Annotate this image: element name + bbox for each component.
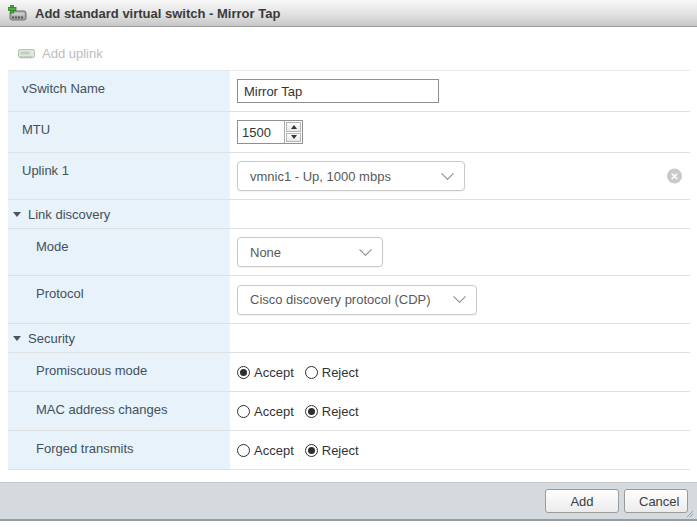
mac-reject-radio[interactable]: Reject [305, 404, 359, 419]
chevron-down-icon [359, 243, 372, 256]
accept-label: Accept [254, 365, 294, 380]
reject-label: Reject [322, 365, 359, 380]
resize-grip[interactable] [685, 506, 694, 515]
row-forged-transmits: Forged transmits Accept Reject [8, 431, 690, 470]
promiscuous-reject-radio[interactable]: Reject [305, 365, 359, 380]
promiscuous-mode-radio-group: Accept Reject [237, 365, 359, 380]
protocol-select[interactable]: Cisco discovery protocol (CDP) [237, 285, 477, 315]
radio-icon [237, 405, 250, 418]
close-icon: ✕ [670, 171, 678, 181]
radio-icon [237, 444, 250, 457]
row-uplink1: Uplink 1 vmnic1 - Up, 1000 mbps ✕ [8, 153, 690, 200]
mac-accept-radio[interactable]: Accept [237, 404, 294, 419]
section-link-discovery: Link discovery [8, 200, 690, 229]
collapse-triangle-icon [13, 212, 21, 217]
security-header[interactable]: Security [8, 324, 230, 352]
vswitch-name-label: vSwitch Name [8, 71, 230, 111]
mtu-label: MTU [8, 112, 230, 152]
arrow-down-icon [291, 135, 297, 139]
protocol-label: Protocol [8, 276, 230, 323]
radio-icon [305, 366, 318, 379]
chevron-down-icon [453, 290, 466, 303]
row-protocol: Protocol Cisco discovery protocol (CDP) [8, 276, 690, 324]
mtu-input[interactable] [238, 121, 284, 143]
arrow-up-icon [291, 125, 297, 129]
row-vswitch-name: vSwitch Name [8, 70, 690, 112]
row-promiscuous-mode: Promiscuous mode Accept Reject [8, 353, 690, 392]
dialog-titlebar: Add standard virtual switch - Mirror Tap [0, 0, 697, 27]
add-uplink-button[interactable]: Add uplink [18, 46, 103, 61]
mtu-decrement-button[interactable] [286, 133, 301, 143]
radio-icon [237, 366, 250, 379]
add-button[interactable]: Add [545, 489, 619, 513]
promiscuous-mode-label: Promiscuous mode [8, 353, 230, 391]
mode-select[interactable]: None [237, 237, 383, 267]
forged-reject-radio[interactable]: Reject [305, 443, 359, 458]
uplink1-select[interactable]: vmnic1 - Up, 1000 mbps [237, 161, 465, 191]
row-mac-address-changes: MAC address changes Accept Reject [8, 392, 690, 431]
uplink1-label: Uplink 1 [8, 153, 230, 199]
uplink1-selected-value: vmnic1 - Up, 1000 mbps [250, 169, 391, 184]
page-title: Add standard virtual switch - Mirror Tap [35, 6, 280, 21]
reject-label: Reject [322, 404, 359, 419]
section-security: Security [8, 324, 690, 353]
mtu-increment-button[interactable] [286, 122, 301, 132]
link-discovery-header[interactable]: Link discovery [8, 200, 230, 228]
mode-selected-value: None [250, 245, 281, 260]
add-uplink-label: Add uplink [42, 46, 103, 61]
protocol-selected-value: Cisco discovery protocol (CDP) [250, 292, 431, 307]
forged-transmits-label: Forged transmits [8, 431, 230, 469]
dialog-footer: Add Cancel [0, 482, 697, 521]
virtual-switch-add-icon [8, 5, 28, 21]
mac-address-changes-label: MAC address changes [8, 392, 230, 430]
mode-label: Mode [8, 229, 230, 275]
vswitch-form: vSwitch Name MTU Uplink 1 vmnic1 - Up, 1… [8, 70, 690, 470]
chevron-down-icon [441, 167, 454, 180]
cancel-button[interactable]: Cancel [624, 489, 688, 513]
nic-card-icon [18, 47, 35, 60]
security-header-label: Security [28, 331, 75, 346]
mtu-stepper [237, 120, 303, 144]
radio-icon [305, 444, 318, 457]
collapse-triangle-icon [13, 336, 21, 341]
row-mode: Mode None [8, 229, 690, 276]
promiscuous-accept-radio[interactable]: Accept [237, 365, 294, 380]
row-mtu: MTU [8, 112, 690, 153]
dialog-toolbar: Add uplink [0, 27, 697, 59]
forged-transmits-radio-group: Accept Reject [237, 443, 359, 458]
forged-accept-radio[interactable]: Accept [237, 443, 294, 458]
link-discovery-header-label: Link discovery [28, 207, 110, 222]
reject-label: Reject [322, 443, 359, 458]
accept-label: Accept [254, 404, 294, 419]
remove-uplink-button[interactable]: ✕ [667, 169, 682, 184]
mac-address-changes-radio-group: Accept Reject [237, 404, 359, 419]
vswitch-name-input[interactable] [237, 79, 439, 103]
accept-label: Accept [254, 443, 294, 458]
radio-icon [305, 405, 318, 418]
